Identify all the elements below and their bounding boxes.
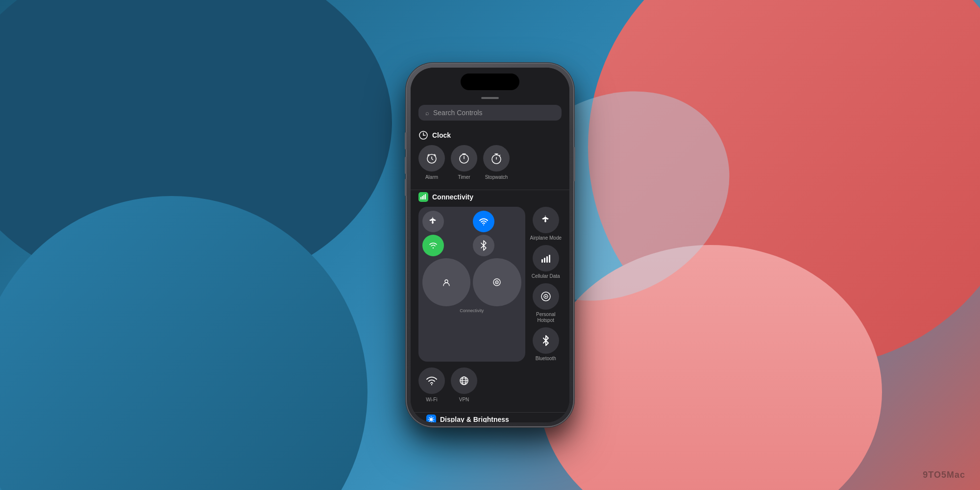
display-header: Display & Brightness [418, 415, 562, 422]
bluetooth-widget-btn[interactable] [473, 235, 494, 256]
timer-item[interactable]: Timer [451, 145, 477, 180]
svg-point-23 [431, 384, 432, 385]
wifi-vpn-row: Wi-Fi VPN [411, 368, 569, 408]
divider-2 [411, 412, 569, 413]
connectivity-widget-label: Connectivity [460, 308, 484, 313]
svg-point-15 [496, 282, 497, 283]
svg-point-10 [483, 224, 484, 225]
svg-rect-9 [425, 194, 426, 199]
svg-rect-16 [541, 259, 543, 263]
clock-section: Clock [411, 130, 569, 186]
timer-button[interactable] [451, 145, 477, 172]
stopwatch-button[interactable] [483, 145, 510, 172]
clock-header: Clock [411, 130, 569, 145]
search-placeholder: Search Controls [433, 109, 482, 117]
airplane-mode-widget-btn[interactable] [422, 211, 444, 232]
svg-point-12 [445, 280, 448, 283]
svg-rect-7 [422, 196, 423, 199]
search-bar[interactable]: ⌕ Search Controls [418, 105, 562, 121]
wifi-label: Wi-Fi [426, 397, 437, 402]
timer-label: Timer [458, 174, 470, 180]
connectivity-section-icon [418, 192, 428, 202]
alarm-button[interactable] [418, 145, 445, 172]
widget-small-row [422, 258, 521, 306]
svg-rect-6 [420, 197, 421, 199]
connectivity-title: Connectivity [432, 193, 473, 201]
screen-content: ⌕ Search Controls Clock [411, 68, 569, 422]
hotspot-small-widget-btn[interactable] [473, 258, 521, 306]
personal-hotspot-button[interactable] [533, 283, 559, 310]
alarm-item[interactable]: Alarm [418, 145, 445, 180]
bluetooth-item: Bluetooth [530, 327, 562, 362]
svg-rect-17 [544, 258, 545, 263]
clock-items: Alarm T [411, 145, 569, 186]
wifi-green-btn[interactable] [422, 235, 444, 256]
cellular-data-button[interactable] [533, 245, 559, 271]
airplane-mode-item: Airplane Mode [530, 207, 562, 241]
search-icon: ⌕ [425, 109, 429, 117]
wifi-button[interactable] [418, 368, 445, 394]
drag-handle [481, 97, 499, 99]
airplane-mode-button[interactable] [533, 207, 559, 233]
connectivity-widget: Connectivity [418, 207, 525, 362]
display-section: Display & Brightness [411, 415, 569, 422]
alarm-label: Alarm [425, 174, 438, 180]
divider-1 [411, 190, 569, 190]
clock-section-icon [418, 130, 428, 140]
svg-rect-19 [549, 255, 550, 263]
connectivity-header: Connectivity [411, 192, 569, 207]
connectivity-widget-grid [422, 211, 521, 256]
svg-rect-18 [546, 256, 548, 263]
svg-point-22 [545, 296, 546, 297]
connectivity-section: Connectivity [411, 192, 569, 408]
connectivity-right-items: Airplane Mode [530, 207, 562, 362]
bluetooth-button[interactable] [533, 327, 559, 354]
wifi-item: Wi-Fi [418, 368, 445, 402]
vpn-button[interactable] [451, 368, 477, 394]
personal-hotspot-item: Personal Hotspot [530, 283, 562, 323]
cellular-data-label: Cellular Data [532, 273, 560, 279]
personal-hotspot-label: Personal Hotspot [536, 312, 555, 323]
svg-rect-8 [423, 195, 424, 199]
vpn-item: VPN [451, 368, 477, 402]
phone-screen: ⌕ Search Controls Clock [411, 68, 569, 422]
bluetooth-label: Bluetooth [536, 356, 556, 362]
cellular-data-item: Cellular Data [530, 245, 562, 279]
wifi-active-widget-btn[interactable] [473, 211, 494, 232]
dynamic-island [461, 74, 519, 90]
svg-point-11 [433, 247, 434, 248]
stopwatch-label: Stopwatch [485, 174, 508, 180]
watermark: 9TO5Mac [923, 470, 965, 480]
clock-title: Clock [432, 131, 451, 139]
display-title: Display & Brightness [440, 416, 509, 422]
airdrop-widget-btn[interactable] [422, 258, 470, 306]
airplane-mode-label: Airplane Mode [530, 235, 562, 241]
connectivity-main-row: Connectivity Airplane [411, 207, 569, 368]
phone-frame: ⌕ Search Controls Clock [407, 64, 573, 426]
vpn-label: VPN [459, 397, 469, 402]
stopwatch-item[interactable]: Stopwatch [483, 145, 510, 180]
display-section-icon [426, 415, 436, 422]
svg-point-26 [430, 418, 433, 421]
phone-wrapper: ⌕ Search Controls Clock [407, 64, 573, 426]
